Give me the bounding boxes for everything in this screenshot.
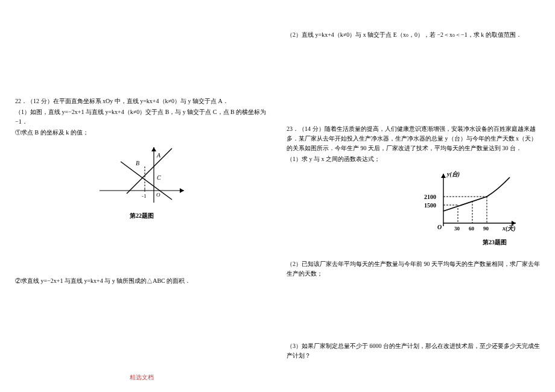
fig23-O-label: O: [437, 224, 442, 230]
q22-part1-sub1: ①求点 B 的坐标及 k 的值；: [15, 128, 268, 138]
svg-line-5: [121, 162, 172, 200]
q23-part2: （2）已知该厂家去年平均每天的生产数量与今年前 90 天平均每天的生产数量相同，…: [287, 259, 540, 279]
svg-marker-1: [180, 188, 184, 193]
fig23-x-axis-label: x(天): [502, 225, 516, 232]
fig23-x-30: 30: [454, 226, 460, 232]
q23-header: 23．（14 分）随着生活质量的提高，人们健康意识逐渐增强，安装净水设备的百姓家…: [287, 124, 540, 153]
figure-23-svg: y(台) x(天) O 2100 1500 30 60 90: [419, 169, 522, 235]
fig22-A-label: A: [156, 152, 161, 159]
fig23-y-1500: 1500: [424, 202, 436, 209]
q22-header: 22．（12 分）在平面直角坐标系 xOy 中，直线 y=kx+4（k≠0）与 …: [15, 96, 268, 106]
svg-marker-11: [441, 174, 446, 178]
fig22-neg1-label: -1: [142, 193, 147, 199]
fig23-x-90: 90: [483, 226, 489, 232]
figure-22-caption: 第22题图: [15, 211, 268, 221]
q23-part3: （3）如果厂家制定总量不少于 6000 台的生产计划，那么在改进技术后，至少还要…: [287, 341, 540, 361]
svg-marker-3: [151, 147, 156, 151]
fig22-C-label: C: [157, 174, 161, 181]
figure-22-container: -1 O A B C: [15, 142, 268, 209]
figure-22-svg: -1 O A B C: [94, 142, 190, 209]
fig22-B-label: B: [136, 160, 139, 166]
fig23-y-2100: 2100: [424, 194, 436, 200]
q22-part2: （2）直线 y=kx+4（k≠0）与 x 轴交于点 E（x₀，0），若 −2＜x…: [287, 30, 540, 40]
figure-23-caption: 第23题图: [287, 238, 540, 247]
figure-23-container: y(台) x(天) O 2100 1500 30 60 90: [287, 169, 540, 235]
fig23-y-axis-label: y(台): [446, 171, 460, 178]
q22-part1-sub2: ②求直线 y=−2x+1 与直线 y=kx+4 与 y 轴所围成的△ABC 的面…: [15, 276, 268, 286]
q23-part1: （1）求 y 与 x 之间的函数表达式；: [287, 154, 540, 164]
fig22-O-label: O: [156, 192, 160, 198]
footer-text: 精选文档: [130, 373, 154, 382]
fig23-x-60: 60: [469, 226, 475, 232]
q22-part1-intro: （1）如图，直线 y=−2x+1 与直线 y=kx+4（k≠0）交于点 B，与 …: [15, 107, 268, 127]
